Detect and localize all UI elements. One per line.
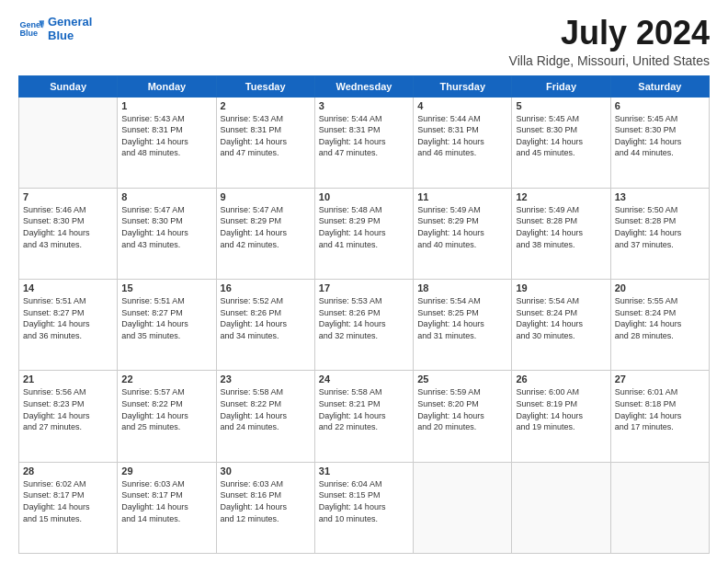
- calendar-cell: 16Sunrise: 5:52 AM Sunset: 8:26 PM Dayli…: [216, 280, 314, 371]
- day-number: 24: [319, 373, 409, 385]
- day-number: 20: [615, 282, 705, 293]
- calendar-cell: 7Sunrise: 5:46 AM Sunset: 8:30 PM Daylig…: [19, 188, 118, 279]
- calendar-cell: 28Sunrise: 6:02 AM Sunset: 8:17 PM Dayli…: [19, 462, 118, 553]
- svg-text:Blue: Blue: [19, 29, 38, 38]
- cell-text: Sunrise: 5:46 AM Sunset: 8:30 PM Dayligh…: [23, 204, 113, 250]
- calendar-cell: 2Sunrise: 5:43 AM Sunset: 8:31 PM Daylig…: [216, 97, 314, 188]
- day-number: 9: [221, 191, 311, 202]
- day-number: 30: [221, 465, 311, 477]
- day-number: 29: [121, 465, 211, 477]
- calendar-week-row: 7Sunrise: 5:46 AM Sunset: 8:30 PM Daylig…: [19, 188, 710, 279]
- day-number: 21: [23, 373, 113, 385]
- day-number: 26: [516, 373, 606, 385]
- cell-text: Sunrise: 5:56 AM Sunset: 8:23 PM Dayligh…: [23, 386, 113, 432]
- calendar-cell: 19Sunrise: 5:54 AM Sunset: 8:24 PM Dayli…: [512, 280, 610, 371]
- day-number: 6: [615, 100, 705, 111]
- day-number: 27: [615, 373, 705, 385]
- cell-text: Sunrise: 6:02 AM Sunset: 8:17 PM Dayligh…: [23, 478, 113, 524]
- calendar-week-row: 1Sunrise: 5:43 AM Sunset: 8:31 PM Daylig…: [19, 97, 710, 188]
- cell-text: Sunrise: 6:03 AM Sunset: 8:16 PM Dayligh…: [221, 478, 311, 524]
- calendar-day-header: Friday: [512, 75, 610, 97]
- calendar-cell: 11Sunrise: 5:49 AM Sunset: 8:29 PM Dayli…: [414, 188, 512, 279]
- calendar-body: 1Sunrise: 5:43 AM Sunset: 8:31 PM Daylig…: [19, 97, 710, 553]
- title-section: July 2024 Villa Ridge, Missouri, United …: [509, 15, 710, 68]
- calendar-day-header: Wednesday: [314, 75, 413, 97]
- cell-text: Sunrise: 5:50 AM Sunset: 8:28 PM Dayligh…: [615, 204, 705, 250]
- cell-text: Sunrise: 5:54 AM Sunset: 8:25 PM Dayligh…: [417, 295, 507, 341]
- calendar-cell: 17Sunrise: 5:53 AM Sunset: 8:26 PM Dayli…: [314, 280, 413, 371]
- cell-text: Sunrise: 5:49 AM Sunset: 8:29 PM Dayligh…: [417, 204, 507, 250]
- day-number: 4: [417, 100, 507, 111]
- calendar-cell: 24Sunrise: 5:58 AM Sunset: 8:21 PM Dayli…: [314, 371, 413, 462]
- logo-icon: General Blue: [18, 16, 44, 41]
- day-number: 31: [319, 465, 409, 477]
- cell-text: Sunrise: 5:54 AM Sunset: 8:24 PM Dayligh…: [516, 295, 606, 341]
- day-number: 19: [516, 282, 606, 293]
- day-number: 1: [121, 100, 211, 111]
- day-number: 13: [615, 191, 705, 202]
- cell-text: Sunrise: 5:58 AM Sunset: 8:21 PM Dayligh…: [319, 386, 409, 432]
- page: General Blue General Blue July 2024 Vill…: [0, 0, 728, 563]
- calendar-day-header: Tuesday: [216, 75, 314, 97]
- cell-text: Sunrise: 5:44 AM Sunset: 8:31 PM Dayligh…: [319, 113, 409, 159]
- cell-text: Sunrise: 5:44 AM Sunset: 8:31 PM Dayligh…: [417, 113, 507, 159]
- calendar-cell: 6Sunrise: 5:45 AM Sunset: 8:30 PM Daylig…: [610, 97, 709, 188]
- calendar-cell: 14Sunrise: 5:51 AM Sunset: 8:27 PM Dayli…: [19, 280, 118, 371]
- calendar-week-row: 28Sunrise: 6:02 AM Sunset: 8:17 PM Dayli…: [19, 462, 710, 553]
- calendar-cell: 25Sunrise: 5:59 AM Sunset: 8:20 PM Dayli…: [414, 371, 512, 462]
- day-number: 22: [121, 373, 211, 385]
- cell-text: Sunrise: 5:45 AM Sunset: 8:30 PM Dayligh…: [516, 113, 606, 159]
- day-number: 15: [121, 282, 211, 293]
- day-number: 23: [221, 373, 311, 385]
- cell-text: Sunrise: 5:43 AM Sunset: 8:31 PM Dayligh…: [221, 113, 311, 159]
- day-number: 18: [417, 282, 507, 293]
- calendar-cell: 5Sunrise: 5:45 AM Sunset: 8:30 PM Daylig…: [512, 97, 610, 188]
- calendar-day-header: Saturday: [610, 75, 709, 97]
- day-number: 25: [417, 373, 507, 385]
- calendar-cell: 29Sunrise: 6:03 AM Sunset: 8:17 PM Dayli…: [118, 462, 216, 553]
- calendar-day-header: Monday: [118, 75, 216, 97]
- calendar-cell: [610, 462, 709, 553]
- cell-text: Sunrise: 5:57 AM Sunset: 8:22 PM Dayligh…: [121, 386, 211, 432]
- calendar-cell: 10Sunrise: 5:48 AM Sunset: 8:29 PM Dayli…: [314, 188, 413, 279]
- calendar-cell: 26Sunrise: 6:00 AM Sunset: 8:19 PM Dayli…: [512, 371, 610, 462]
- day-number: 7: [23, 191, 113, 202]
- calendar-week-row: 14Sunrise: 5:51 AM Sunset: 8:27 PM Dayli…: [19, 280, 710, 371]
- calendar-cell: 18Sunrise: 5:54 AM Sunset: 8:25 PM Dayli…: [414, 280, 512, 371]
- day-number: 3: [319, 100, 409, 111]
- calendar-cell: 20Sunrise: 5:55 AM Sunset: 8:24 PM Dayli…: [610, 280, 709, 371]
- calendar-week-row: 21Sunrise: 5:56 AM Sunset: 8:23 PM Dayli…: [19, 371, 710, 462]
- cell-text: Sunrise: 5:49 AM Sunset: 8:28 PM Dayligh…: [516, 204, 606, 250]
- cell-text: Sunrise: 5:58 AM Sunset: 8:22 PM Dayligh…: [221, 386, 311, 432]
- calendar-cell: [414, 462, 512, 553]
- cell-text: Sunrise: 6:03 AM Sunset: 8:17 PM Dayligh…: [121, 478, 211, 524]
- main-title: July 2024: [509, 15, 710, 52]
- calendar-cell: 15Sunrise: 5:51 AM Sunset: 8:27 PM Dayli…: [118, 280, 216, 371]
- calendar-cell: 4Sunrise: 5:44 AM Sunset: 8:31 PM Daylig…: [414, 97, 512, 188]
- cell-text: Sunrise: 5:48 AM Sunset: 8:29 PM Dayligh…: [319, 204, 409, 250]
- cell-text: Sunrise: 6:04 AM Sunset: 8:15 PM Dayligh…: [319, 478, 409, 524]
- day-number: 2: [221, 100, 311, 111]
- cell-text: Sunrise: 5:59 AM Sunset: 8:20 PM Dayligh…: [417, 386, 507, 432]
- calendar-day-header: Sunday: [19, 75, 118, 97]
- calendar-cell: 13Sunrise: 5:50 AM Sunset: 8:28 PM Dayli…: [610, 188, 709, 279]
- day-number: 28: [23, 465, 113, 477]
- day-number: 10: [319, 191, 409, 202]
- cell-text: Sunrise: 6:00 AM Sunset: 8:19 PM Dayligh…: [516, 386, 606, 432]
- calendar-cell: 30Sunrise: 6:03 AM Sunset: 8:16 PM Dayli…: [216, 462, 314, 553]
- day-number: 16: [221, 282, 311, 293]
- day-number: 11: [417, 191, 507, 202]
- cell-text: Sunrise: 5:52 AM Sunset: 8:26 PM Dayligh…: [221, 295, 311, 341]
- cell-text: Sunrise: 6:01 AM Sunset: 8:18 PM Dayligh…: [615, 386, 705, 432]
- cell-text: Sunrise: 5:51 AM Sunset: 8:27 PM Dayligh…: [121, 295, 211, 341]
- cell-text: Sunrise: 5:43 AM Sunset: 8:31 PM Dayligh…: [121, 113, 211, 159]
- calendar-cell: [19, 97, 118, 188]
- day-number: 8: [121, 191, 211, 202]
- subtitle: Villa Ridge, Missouri, United States: [509, 53, 710, 68]
- day-number: 14: [23, 282, 113, 293]
- calendar-cell: 9Sunrise: 5:47 AM Sunset: 8:29 PM Daylig…: [216, 188, 314, 279]
- calendar-header-row: SundayMondayTuesdayWednesdayThursdayFrid…: [19, 75, 710, 97]
- calendar-cell: 31Sunrise: 6:04 AM Sunset: 8:15 PM Dayli…: [314, 462, 413, 553]
- calendar-day-header: Thursday: [414, 75, 512, 97]
- cell-text: Sunrise: 5:45 AM Sunset: 8:30 PM Dayligh…: [615, 113, 705, 159]
